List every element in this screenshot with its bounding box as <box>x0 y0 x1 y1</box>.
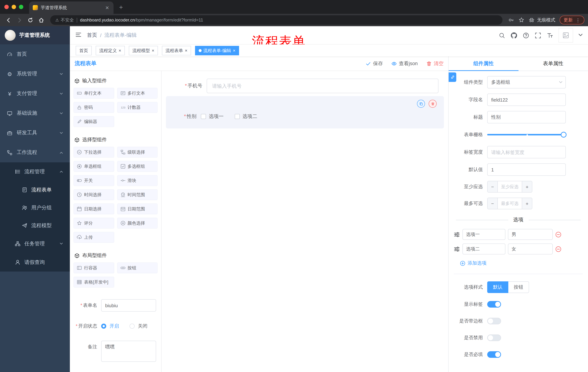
label-width-input[interactable] <box>487 146 566 158</box>
sidebar-toggle-button[interactable] <box>75 32 82 39</box>
reload-button[interactable] <box>25 15 35 25</box>
gender-option-2[interactable]: 选项二 <box>234 113 257 120</box>
title-input[interactable] <box>487 111 566 123</box>
component-table[interactable]: 表格[开发中] <box>74 277 114 287</box>
tag-process-form-edit[interactable]: 流程表单-编辑 × <box>195 46 239 55</box>
component-cascader[interactable]: 级联选择 <box>117 147 158 158</box>
security-label[interactable]: 不安全 <box>61 17 74 23</box>
decrease-button[interactable]: − <box>488 181 498 192</box>
component-editor[interactable]: 编辑器 <box>74 116 114 127</box>
default-value-input[interactable] <box>487 163 566 176</box>
home-button[interactable] <box>36 15 46 25</box>
zoom-window-button[interactable] <box>19 5 23 9</box>
component-color-picker[interactable]: 颜色选择 <box>117 218 158 229</box>
component-slider[interactable]: 滑块 <box>117 175 158 186</box>
back-button[interactable] <box>4 15 13 25</box>
decrease-button[interactable]: − <box>488 198 498 209</box>
tab-close-icon[interactable]: ✕ <box>105 5 110 10</box>
update-button[interactable]: 更新 ⋮ <box>560 16 584 24</box>
save-button[interactable]: 保存 <box>366 60 383 67</box>
sidebar-item-workflow[interactable]: 工作流程 <box>0 143 70 162</box>
view-json-button[interactable]: 查看json <box>391 60 418 67</box>
sidebar-item-home[interactable]: 首页 <box>0 44 70 64</box>
clear-button[interactable]: 清空 <box>426 60 443 67</box>
component-radio-group[interactable]: 单选框组 <box>74 161 114 172</box>
component-counter[interactable]: 123 计数器 <box>117 102 158 113</box>
show-label-switch[interactable] <box>487 301 501 308</box>
sidebar-item-task-management[interactable]: 任务管理 <box>0 234 70 253</box>
remove-option-button[interactable] <box>555 231 561 237</box>
checkbox-icon[interactable] <box>234 114 240 119</box>
sidebar-item-leave-query[interactable]: 请假查询 <box>0 253 70 272</box>
sidebar-item-payment[interactable]: ¥ 支付管理 <box>0 84 70 103</box>
help-button[interactable] <box>523 32 529 39</box>
sidebar-item-system[interactable]: ⚙ 系统管理 <box>0 64 70 84</box>
disabled-switch[interactable] <box>487 335 501 341</box>
component-type-select[interactable]: 多选框组 <box>487 76 566 88</box>
tag-close-icon[interactable]: × <box>185 48 187 53</box>
tag-close-icon[interactable]: × <box>233 48 235 53</box>
component-date-range[interactable]: 日期范围 <box>117 203 158 214</box>
sidebar-item-infrastructure[interactable]: 基础设施 <box>0 103 70 123</box>
remove-option-button[interactable] <box>555 246 561 252</box>
delete-widget-button[interactable] <box>429 100 437 108</box>
form-name-input[interactable] <box>101 299 156 312</box>
panel-handle[interactable] <box>449 73 456 82</box>
component-time-range[interactable]: 时间范围 <box>117 189 158 200</box>
component-checkbox-group[interactable]: 多选框组 <box>117 161 158 172</box>
sidebar-item-process-form[interactable]: 流程表单 <box>0 181 70 199</box>
component-select[interactable]: 下拉选择 <box>74 147 114 158</box>
password-key-icon[interactable] <box>508 17 514 23</box>
browser-tab[interactable]: 芋道管理系统 ✕ <box>29 1 114 14</box>
component-switch[interactable]: 开关 <box>74 175 114 186</box>
forward-button[interactable] <box>15 15 24 25</box>
selected-widget-gender[interactable]: *性别 选项一 选项二 <box>166 96 444 128</box>
sidebar-item-user-group[interactable]: 用户分组 <box>0 199 70 217</box>
increase-button[interactable]: + <box>522 198 532 209</box>
with-border-switch[interactable] <box>487 318 501 324</box>
style-button-button[interactable]: 按钮 <box>508 281 529 293</box>
bookmark-star-icon[interactable] <box>518 17 524 23</box>
max-select-value[interactable]: 最多可选 <box>498 198 522 209</box>
max-select-stepper[interactable]: − 最多可选 + <box>487 198 532 209</box>
status-off-label[interactable]: 关闭 <box>138 323 147 329</box>
option-value-input[interactable] <box>508 244 553 255</box>
option-label-input[interactable] <box>462 229 505 240</box>
phone-input[interactable] <box>207 79 439 93</box>
status-off-radio[interactable] <box>129 324 135 329</box>
add-option-button[interactable]: 添加选项 <box>460 260 583 266</box>
drag-handle-icon[interactable] <box>454 231 460 237</box>
checkbox-icon[interactable] <box>201 114 206 119</box>
component-date-picker[interactable]: 日期选择 <box>74 203 114 214</box>
min-select-value[interactable]: 至少应选 <box>498 181 522 192</box>
new-tab-button[interactable]: ＋ <box>118 3 124 11</box>
app-logo-bar[interactable]: 芋道管理系统 <box>0 26 70 44</box>
field-phone[interactable]: *手机号 <box>182 79 439 93</box>
tag-process-model[interactable]: 流程模型 × <box>129 46 158 55</box>
field-gender[interactable]: *性别 选项一 选项二 <box>173 110 437 123</box>
github-link[interactable] <box>511 32 517 39</box>
address-bar[interactable]: ⚠ 不安全 dashboard.yudao.iocoder.cn /bpm/ma… <box>50 15 503 25</box>
close-window-button[interactable] <box>4 5 9 9</box>
drag-handle-icon[interactable] <box>454 246 460 252</box>
option-label-input[interactable] <box>462 244 505 255</box>
font-size-button[interactable] <box>546 32 553 39</box>
component-multiline-text[interactable]: 多行文本 <box>117 88 158 99</box>
tab-component-props[interactable]: 组件属性 <box>449 56 518 71</box>
component-rate[interactable]: 评分 <box>74 218 114 229</box>
fullscreen-button[interactable] <box>535 32 541 39</box>
tag-home[interactable]: 首页 <box>76 46 92 55</box>
min-select-stepper[interactable]: − 至少应选 + <box>487 181 532 192</box>
search-button[interactable] <box>498 32 505 39</box>
increase-button[interactable]: + <box>522 181 532 192</box>
component-row-container[interactable]: 行容器 <box>74 262 114 273</box>
grid-slider[interactable] <box>487 128 566 141</box>
option-value-input[interactable] <box>508 229 553 240</box>
required-switch[interactable] <box>487 351 501 358</box>
tab-form-props[interactable]: 表单属性 <box>518 56 588 71</box>
remark-textarea[interactable]: 嘿嘿 <box>101 341 156 362</box>
style-default-button[interactable]: 默认 <box>487 281 508 293</box>
slider-handle[interactable] <box>561 132 567 138</box>
avatar-caret[interactable] <box>578 32 583 39</box>
sidebar-item-process-model[interactable]: 流程模型 <box>0 217 70 234</box>
